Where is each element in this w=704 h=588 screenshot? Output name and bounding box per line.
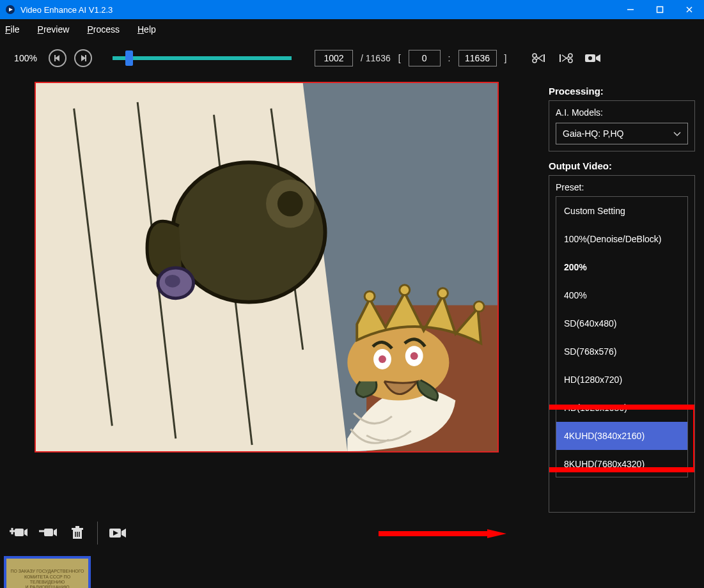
svg-marker-8 bbox=[81, 55, 86, 61]
separator bbox=[97, 522, 98, 545]
app-title: Video Enhance AI V1.2.3 bbox=[20, 5, 616, 15]
clip-thumbnail[interactable]: ПО ЗАКАЗУ ГОСУДАРСТВЕННОГО КОМИТЕТА СССР… bbox=[4, 556, 91, 588]
remove-clip-icon[interactable] bbox=[38, 525, 58, 541]
window-close-button[interactable] bbox=[675, 0, 704, 19]
cut-start-icon[interactable] bbox=[529, 51, 549, 65]
output-video-heading: Output Video: bbox=[549, 160, 695, 171]
preset-item[interactable]: SD(768x576) bbox=[556, 337, 687, 366]
ai-model-value: Gaia-HQ: P,HQ bbox=[563, 128, 623, 139]
clip-thumb-line: И РАДИОВЕЩАНИЮ bbox=[25, 585, 69, 588]
svg-marker-21 bbox=[596, 54, 600, 62]
titlebar: Video Enhance AI V1.2.3 bbox=[0, 0, 704, 19]
process-icon[interactable] bbox=[108, 525, 127, 541]
ai-models-label: A.I. Models: bbox=[556, 107, 688, 118]
menu-preview[interactable]: Preview bbox=[38, 24, 70, 35]
svg-marker-55 bbox=[121, 529, 126, 538]
svg-point-10 bbox=[533, 54, 536, 58]
processing-heading: Processing: bbox=[549, 86, 695, 97]
zoom-level: 100% bbox=[10, 53, 41, 63]
action-row bbox=[0, 513, 704, 553]
preset-item[interactable]: 200% bbox=[556, 253, 687, 281]
bracket-close: ] bbox=[505, 53, 507, 63]
menu-help[interactable]: Help bbox=[137, 24, 156, 35]
svg-point-36 bbox=[411, 352, 418, 360]
timeline-slider[interactable] bbox=[113, 52, 292, 65]
svg-point-17 bbox=[568, 59, 572, 63]
preset-label: Preset: bbox=[556, 182, 688, 192]
window-minimize-button[interactable] bbox=[616, 0, 645, 19]
svg-point-40 bbox=[474, 302, 484, 312]
svg-point-28 bbox=[278, 191, 303, 217]
clip-thumb-line: КОМИТЕТА СССР ПО ТЕЛЕВИДЕНИЮ bbox=[6, 575, 88, 585]
preset-item[interactable]: Custom Setting bbox=[556, 197, 687, 225]
next-frame-button[interactable] bbox=[74, 49, 92, 67]
svg-rect-41 bbox=[15, 529, 24, 536]
svg-rect-45 bbox=[44, 529, 53, 536]
preset-item[interactable]: SD(640x480) bbox=[556, 309, 687, 337]
svg-point-39 bbox=[438, 288, 448, 298]
range-start-input[interactable]: 0 bbox=[409, 50, 441, 66]
preset-item[interactable]: HD(1920x1080) bbox=[556, 394, 687, 422]
svg-point-34 bbox=[379, 355, 386, 363]
preset-item[interactable]: 100%(Denoise/DeBlock) bbox=[556, 225, 687, 253]
svg-marker-42 bbox=[24, 529, 27, 536]
bracket-open: [ bbox=[398, 53, 401, 63]
side-panel: Processing: A.I. Models: Gaia-HQ: P,HQ O… bbox=[544, 77, 704, 513]
chevron-down-icon bbox=[673, 128, 681, 139]
svg-point-16 bbox=[568, 54, 572, 58]
clip-row: ПО ЗАКАЗУ ГОСУДАРСТВЕННОГО КОМИТЕТА СССР… bbox=[0, 553, 704, 588]
menubar: File Preview Process Help bbox=[0, 19, 704, 40]
svg-point-22 bbox=[588, 56, 592, 60]
svg-marker-6 bbox=[55, 55, 59, 61]
svg-point-38 bbox=[400, 285, 410, 295]
timeline-thumb[interactable] bbox=[125, 50, 133, 66]
svg-marker-46 bbox=[54, 529, 57, 536]
preset-item-selected[interactable]: 4KUHD(3840x2160) bbox=[556, 422, 687, 450]
menu-file[interactable]: File bbox=[5, 24, 20, 35]
clip-thumb-line: ПО ЗАКАЗУ ГОСУДАРСТВЕННОГО bbox=[10, 569, 84, 574]
prev-frame-button[interactable] bbox=[49, 49, 66, 67]
preset-item[interactable]: HD(1280x720) bbox=[556, 366, 687, 394]
cut-end-icon[interactable] bbox=[556, 51, 575, 65]
video-preview[interactable] bbox=[35, 82, 499, 453]
svg-rect-50 bbox=[75, 526, 79, 528]
range-sep: : bbox=[448, 53, 451, 63]
svg-rect-3 bbox=[657, 7, 663, 13]
record-icon[interactable] bbox=[583, 51, 602, 65]
toolbar: 100% 1002 / 11636 [ 0 : 11636 ] bbox=[0, 40, 704, 77]
total-frames-label: / 11636 bbox=[361, 53, 391, 63]
svg-point-11 bbox=[533, 59, 536, 63]
menu-process[interactable]: Process bbox=[87, 24, 120, 35]
preset-item[interactable]: 400% bbox=[556, 281, 687, 309]
preset-item[interactable]: 8KUHD(7680x4320) bbox=[556, 450, 687, 477]
current-frame-input[interactable]: 1002 bbox=[315, 50, 353, 66]
svg-rect-49 bbox=[72, 528, 83, 530]
window-maximize-button[interactable] bbox=[645, 0, 675, 19]
svg-point-37 bbox=[364, 291, 375, 302]
add-clip-icon[interactable] bbox=[9, 525, 28, 541]
app-logo-icon bbox=[5, 4, 15, 15]
svg-point-30 bbox=[165, 275, 180, 288]
preset-list[interactable]: Custom Setting 100%(Denoise/DeBlock) 200… bbox=[556, 196, 688, 477]
annotation-arrow-icon bbox=[379, 529, 506, 538]
trash-icon[interactable] bbox=[68, 525, 87, 541]
svg-marker-58 bbox=[487, 529, 506, 538]
main-area: Processing: A.I. Models: Gaia-HQ: P,HQ O… bbox=[0, 77, 704, 513]
range-end-input[interactable]: 11636 bbox=[458, 50, 497, 66]
ai-model-select[interactable]: Gaia-HQ: P,HQ bbox=[556, 123, 688, 144]
